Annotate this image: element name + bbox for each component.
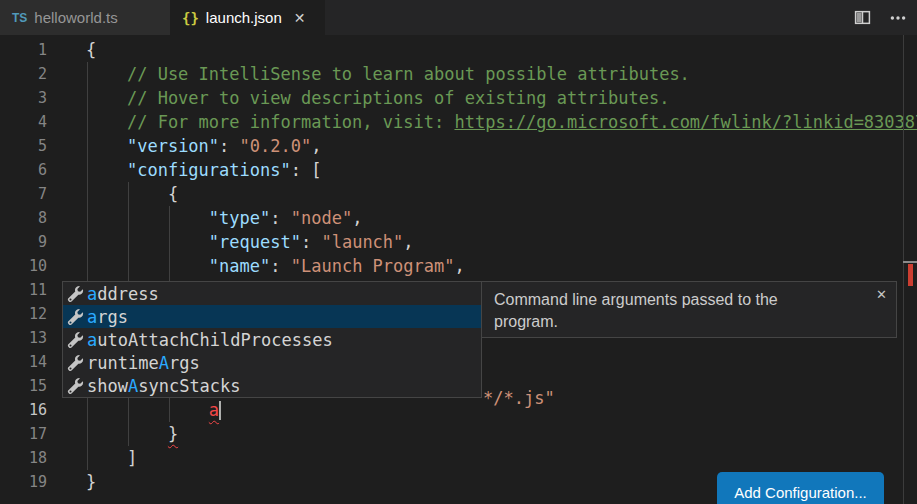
more-actions-icon[interactable] (887, 7, 909, 29)
close-icon[interactable]: ✕ (294, 11, 306, 25)
code-line[interactable]: 18 ] (0, 446, 903, 470)
code-line-text: { (62, 184, 178, 204)
line-number: 9 (0, 233, 62, 251)
code-line[interactable]: 1{ (0, 38, 903, 62)
code-line[interactable]: 5 "version": "0.2.0", (0, 134, 903, 158)
line-number: 10 (0, 257, 62, 275)
line-number: 11 (0, 281, 62, 299)
code-line[interactable]: 10 "name": "Launch Program", (0, 254, 903, 278)
suggest-item-label: autoAttachChildProcesses (87, 330, 333, 350)
intellisense-suggest-widget: address args autoAttachChildProcesses ru… (62, 281, 482, 398)
code-line-text: "request": "launch", (62, 232, 414, 252)
code-line[interactable]: 9 "request": "launch", (0, 230, 903, 254)
line-number: 8 (0, 209, 62, 227)
code-line-text: "version": "0.2.0", (62, 136, 321, 156)
code-line-14-fragment: */*.js" (483, 388, 555, 408)
doc-popup-text: Command line arguments passed to the pro… (494, 289, 824, 332)
line-number: 5 (0, 137, 62, 155)
split-editor-icon[interactable] (851, 7, 873, 29)
code-line-text: a (62, 400, 221, 420)
overview-ruler-border (903, 35, 904, 504)
code-line-text: ] (62, 448, 137, 468)
code-line[interactable]: 2 // Use IntelliSense to learn about pos… (0, 62, 903, 86)
code-line[interactable]: 8 "type": "node", (0, 206, 903, 230)
code-editor[interactable]: 1{2 // Use IntelliSense to learn about p… (0, 35, 917, 504)
code-line-text: // For more information, visit: https://… (62, 112, 917, 132)
wrench-icon (66, 331, 84, 349)
suggest-item-label: args (87, 307, 128, 327)
suggest-item-label: showAsyncStacks (87, 376, 241, 396)
tab-label: helloworld.ts (34, 9, 117, 26)
tab-helloworld.ts[interactable]: TShelloworld.ts (0, 0, 170, 35)
line-number: 19 (0, 473, 62, 491)
wrench-icon (66, 354, 84, 372)
code-line[interactable]: 7 { (0, 182, 903, 206)
tab-launch.json[interactable]: {}launch.json✕ (170, 0, 325, 35)
wrench-icon (66, 308, 84, 326)
editor-actions (851, 0, 917, 35)
line-number: 14 (0, 353, 62, 371)
line-number: 17 (0, 425, 62, 443)
line-number: 16 (0, 401, 62, 419)
line-number: 7 (0, 185, 62, 203)
suggest-item-showAsyncStacks[interactable]: showAsyncStacks (63, 374, 481, 397)
line-number: 15 (0, 377, 62, 395)
line-number: 12 (0, 305, 62, 323)
editor-tab-bar: TShelloworld.ts{}launch.json✕ (0, 0, 917, 35)
line-number: 18 (0, 449, 62, 467)
overview-ruler-cursor-mark (903, 261, 917, 263)
typescript-file-icon: TS (12, 11, 27, 25)
close-icon[interactable]: ✕ (876, 288, 887, 301)
code-line-text: "configurations": [ (62, 160, 321, 180)
code-line-text: // Hover to view descriptions of existin… (62, 88, 669, 108)
line-number: 3 (0, 89, 62, 107)
code-line-text: "name": "Launch Program", (62, 256, 465, 276)
code-line[interactable]: 6 "configurations": [ (0, 158, 903, 182)
code-line-text: } (62, 472, 96, 492)
code-line-text: "type": "node", (62, 208, 362, 228)
overview-ruler-error-mark (908, 264, 913, 286)
code-line[interactable]: 3 // Hover to view descriptions of exist… (0, 86, 903, 110)
line-number: 6 (0, 161, 62, 179)
code-line-text: } (62, 424, 178, 444)
suggestion-doc-popup: Command line arguments passed to the pro… (481, 281, 897, 338)
line-number: 1 (0, 41, 62, 59)
line-number: 2 (0, 65, 62, 83)
code-line[interactable]: 4 // For more information, visit: https:… (0, 110, 903, 134)
json-file-icon: {} (182, 10, 199, 26)
suggest-item-autoAttachChildProcesses[interactable]: autoAttachChildProcesses (63, 328, 481, 351)
wrench-icon (66, 377, 84, 395)
wrench-icon (66, 285, 84, 303)
code-line[interactable]: 16 a (0, 398, 903, 422)
code-line-text: // Use IntelliSense to learn about possi… (62, 64, 690, 84)
code-line[interactable]: 17 } (0, 422, 903, 446)
suggest-item-runtimeArgs[interactable]: runtimeArgs (63, 351, 481, 374)
suggest-item-label: address (87, 284, 159, 304)
tab-label: launch.json (206, 9, 282, 26)
suggest-item-address[interactable]: address (63, 282, 481, 305)
line-number: 13 (0, 329, 62, 347)
text-cursor (219, 401, 221, 420)
suggest-item-label: runtimeArgs (87, 353, 200, 373)
code-lines: 1{2 // Use IntelliSense to learn about p… (0, 38, 903, 494)
code-line-text: { (62, 40, 96, 60)
suggest-item-args[interactable]: args (63, 305, 481, 328)
vscode-editor-window: TShelloworld.ts{}launch.json✕ 1 (0, 0, 917, 504)
add-configuration-button[interactable]: Add Configuration... (717, 472, 884, 504)
line-number: 4 (0, 113, 62, 131)
